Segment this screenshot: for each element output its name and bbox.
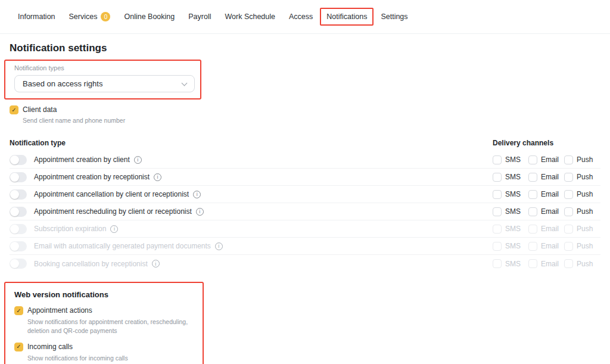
- checkbox-unchecked[interactable]: [493, 190, 502, 199]
- tab-label: Payroll: [188, 13, 211, 21]
- info-icon[interactable]: i: [154, 173, 161, 181]
- channel-push[interactable]: Push: [564, 225, 600, 234]
- channel-email[interactable]: Email: [528, 225, 564, 234]
- info-icon[interactable]: i: [215, 242, 223, 250]
- tab-label: Notifications: [326, 13, 367, 21]
- checkbox-unchecked[interactable]: [493, 225, 502, 234]
- delivery-channels: SMSEmailPush: [493, 190, 600, 199]
- toggle-switch-off[interactable]: [10, 172, 27, 182]
- web-notification-option-appointment-actions: ✓Appointment actionsShow notifications f…: [14, 306, 195, 335]
- tab-label: Work Schedule: [225, 13, 275, 21]
- channel-sms[interactable]: SMS: [493, 190, 528, 199]
- channel-email[interactable]: Email: [528, 190, 564, 199]
- channel-email[interactable]: Email: [528, 207, 564, 216]
- channel-email[interactable]: Email: [528, 173, 564, 182]
- checkbox-checked[interactable]: ✓: [14, 343, 23, 351]
- notification-types-label: Notification types: [14, 64, 200, 71]
- info-icon[interactable]: i: [110, 225, 118, 233]
- chevron-down-icon: [182, 80, 188, 86]
- notification-table: Notification type Delivery channels Appo…: [10, 139, 600, 272]
- tab-services[interactable]: Services0: [69, 12, 111, 21]
- info-icon[interactable]: i: [152, 260, 160, 267]
- channel-sms[interactable]: SMS: [493, 225, 528, 234]
- delivery-channels: SMSEmailPush: [493, 242, 600, 251]
- delivery-channels: SMSEmailPush: [493, 259, 600, 268]
- channel-sms[interactable]: SMS: [493, 155, 528, 164]
- tab-information[interactable]: Information: [18, 13, 55, 21]
- notification-type-label: Appointment creation by client: [34, 155, 130, 164]
- table-row: Appointment cancellation by client or re…: [10, 186, 600, 203]
- checkbox-unchecked[interactable]: [493, 242, 502, 251]
- info-icon[interactable]: i: [134, 156, 142, 164]
- toggle-switch-off[interactable]: [10, 224, 27, 234]
- tab-online-booking[interactable]: Online Booking: [124, 13, 175, 21]
- channel-email[interactable]: Email: [528, 259, 564, 268]
- channel-push[interactable]: Push: [564, 207, 600, 216]
- channel-email[interactable]: Email: [528, 242, 564, 251]
- tab-payroll[interactable]: Payroll: [188, 13, 211, 21]
- channel-push[interactable]: Push: [564, 190, 600, 199]
- tab-work-schedule[interactable]: Work Schedule: [225, 13, 275, 21]
- tab-label: Services: [69, 13, 98, 21]
- tab-access[interactable]: Access: [289, 13, 313, 21]
- checkbox-unchecked[interactable]: [564, 259, 573, 268]
- page-title: Notification settings: [10, 42, 600, 54]
- notification-settings-page: Notification settings Notification types…: [0, 42, 610, 364]
- checkbox-unchecked[interactable]: [528, 259, 537, 268]
- web-notifications-title: Web version notifications: [14, 290, 195, 299]
- notification-type-label: Appointment creation by receptionist: [34, 173, 150, 181]
- channel-push[interactable]: Push: [564, 259, 600, 268]
- checkbox-unchecked[interactable]: [528, 225, 537, 234]
- web-notifications-highlight-box: Web version notifications ✓Appointment a…: [4, 282, 204, 364]
- option-description: Show notifications for appointment creat…: [27, 318, 195, 335]
- notification-type-column-header: Notification type: [10, 139, 493, 147]
- channel-sms[interactable]: SMS: [493, 173, 528, 182]
- checkbox-unchecked[interactable]: [493, 207, 502, 216]
- client-data-label: Client data: [23, 105, 125, 114]
- channel-push[interactable]: Push: [564, 155, 600, 164]
- channel-sms[interactable]: SMS: [493, 259, 528, 268]
- checkbox-unchecked[interactable]: [528, 242, 537, 251]
- toggle-switch-off[interactable]: [10, 241, 27, 251]
- info-icon[interactable]: i: [193, 191, 201, 198]
- toggle-switch-off[interactable]: [10, 207, 27, 217]
- notification-types-highlight-box: Notification types Based on access right…: [4, 60, 201, 99]
- checkbox-unchecked[interactable]: [493, 259, 502, 268]
- option-description: Show notifications for incoming calls: [27, 354, 128, 363]
- tab-label: Access: [289, 13, 313, 21]
- notification-type-label: Appointment rescheduling by client or re…: [34, 207, 192, 216]
- tab-notifications[interactable]: Notifications: [320, 8, 374, 26]
- toggle-switch-off[interactable]: [10, 189, 27, 200]
- delivery-channels: SMSEmailPush: [493, 155, 600, 164]
- client-data-option: ✓ Client data Send client name and phone…: [10, 105, 600, 125]
- checkbox-unchecked[interactable]: [493, 173, 502, 182]
- checkbox-unchecked[interactable]: [528, 207, 537, 216]
- channel-email[interactable]: Email: [528, 155, 564, 164]
- table-body: Appointment creation by clientiSMSEmailP…: [10, 151, 600, 272]
- delivery-channels: SMSEmailPush: [493, 207, 600, 216]
- checkbox-unchecked[interactable]: [528, 190, 537, 199]
- notification-type-label: Email with automatically generated payme…: [34, 242, 211, 250]
- notification-types-select[interactable]: Based on access rights: [14, 75, 195, 92]
- channel-push[interactable]: Push: [564, 242, 600, 251]
- checkbox-unchecked[interactable]: [564, 173, 573, 182]
- checkbox-unchecked[interactable]: [564, 225, 573, 234]
- checkbox-unchecked[interactable]: [564, 242, 573, 251]
- tab-settings[interactable]: Settings: [381, 13, 407, 21]
- checkbox-unchecked[interactable]: [528, 155, 537, 164]
- checkbox-unchecked[interactable]: [493, 155, 502, 164]
- checkbox-unchecked[interactable]: [564, 207, 573, 216]
- toggle-switch-off[interactable]: [10, 259, 27, 269]
- table-row: Appointment creation by receptionistiSMS…: [10, 169, 600, 186]
- info-icon[interactable]: i: [196, 208, 204, 216]
- channel-sms[interactable]: SMS: [493, 242, 528, 251]
- client-data-checkbox[interactable]: ✓: [10, 105, 18, 114]
- channel-sms[interactable]: SMS: [493, 207, 528, 216]
- checkbox-checked[interactable]: ✓: [14, 306, 23, 315]
- checkbox-unchecked[interactable]: [564, 190, 573, 199]
- toggle-switch-off[interactable]: [10, 155, 27, 165]
- table-header: Notification type Delivery channels: [10, 139, 600, 147]
- channel-push[interactable]: Push: [564, 173, 600, 182]
- checkbox-unchecked[interactable]: [528, 173, 537, 182]
- checkbox-unchecked[interactable]: [564, 155, 573, 164]
